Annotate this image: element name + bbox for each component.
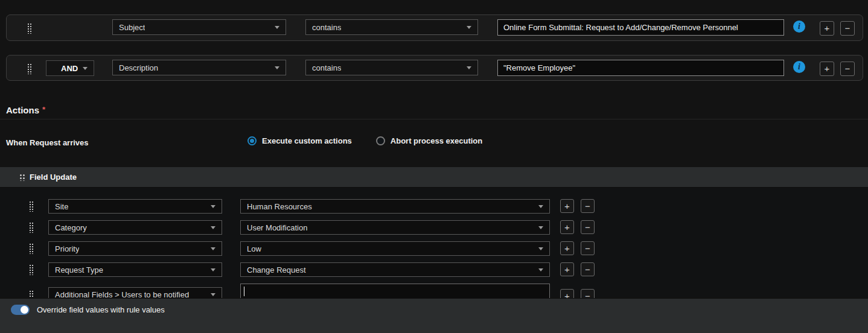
condition-field-select[interactable]: Subject [112, 19, 286, 35]
chevron-down-icon [467, 26, 471, 29]
field-name-select[interactable]: Priority [48, 241, 222, 256]
condition-criteria-select[interactable]: contains [305, 19, 478, 35]
selected-field: Subject [119, 23, 145, 32]
remove-field-button[interactable]: − [581, 262, 595, 276]
selected-field: Request Type [55, 265, 103, 274]
condition-value-input[interactable] [497, 60, 784, 76]
field-name-select[interactable]: Category [48, 220, 222, 235]
condition-row: Subject contains i + − [6, 14, 863, 41]
field-update-footer: Override field values with rule values [0, 298, 868, 333]
field-update-body: Site Human Resources + − Category User M… [0, 188, 868, 297]
selected-value: Human Resources [247, 202, 312, 211]
remove-condition-button[interactable]: − [840, 62, 855, 76]
drag-handle-icon[interactable] [27, 63, 32, 74]
condition-field-select[interactable]: Description [112, 60, 286, 75]
field-value-select[interactable]: Change Request [240, 262, 550, 277]
add-field-button[interactable]: + [560, 262, 574, 276]
radio-execute-custom-actions[interactable]: Execute custom actions [247, 136, 352, 145]
chevron-down-icon [275, 26, 279, 29]
field-row: Priority Low + − [0, 241, 868, 256]
add-condition-button[interactable]: + [820, 62, 834, 76]
chevron-down-icon [538, 226, 543, 229]
condition-value-input[interactable] [497, 19, 784, 36]
remove-field-button[interactable]: − [581, 199, 595, 213]
override-toggle[interactable] [11, 305, 30, 315]
selected-criteria: contains [312, 63, 341, 72]
condition-criteria-select[interactable]: contains [305, 60, 478, 75]
radio-selected-icon [247, 136, 257, 145]
field-name-select[interactable]: Site [48, 199, 222, 214]
drag-handle-icon[interactable] [29, 222, 34, 233]
selected-criteria: contains [312, 23, 341, 32]
drag-handle-icon[interactable] [19, 174, 25, 181]
info-icon[interactable]: i [793, 21, 805, 33]
chevron-down-icon [211, 293, 215, 296]
field-row: Category User Modification + − [0, 220, 868, 235]
drag-handle-icon[interactable] [29, 264, 34, 275]
chevron-down-icon [211, 268, 215, 271]
chevron-down-icon [538, 268, 543, 271]
selected-field: Site [55, 202, 68, 211]
selected-field: Description [119, 63, 158, 72]
add-field-button[interactable]: + [560, 220, 574, 234]
chevron-down-icon [211, 226, 215, 229]
field-update-title: Field Update [30, 173, 77, 182]
actions-heading: Actions* [6, 105, 45, 115]
section-divider [0, 119, 868, 119]
add-field-button[interactable]: + [560, 199, 574, 213]
chevron-down-icon [275, 66, 279, 69]
radio-abort-process-execution[interactable]: Abort process execution [376, 136, 482, 145]
drag-handle-icon[interactable] [27, 23, 32, 34]
field-row: Site Human Resources + − [0, 199, 868, 214]
selected-operator: AND [61, 64, 78, 73]
field-value-select[interactable]: Human Resources [240, 199, 550, 214]
field-value-select[interactable]: User Modification [240, 220, 550, 235]
radio-label: Execute custom actions [262, 136, 352, 145]
selected-value: Low [247, 244, 261, 253]
drag-handle-icon[interactable] [29, 243, 34, 254]
radio-label: Abort process execution [391, 136, 482, 145]
field-name-select[interactable]: Request Type [48, 262, 222, 277]
selected-value: User Modification [247, 223, 307, 232]
field-row: Request Type Change Request + − [0, 262, 868, 277]
required-asterisk: * [42, 105, 45, 114]
add-field-button[interactable]: + [560, 241, 574, 255]
text-cursor [244, 287, 244, 296]
info-icon[interactable]: i [793, 61, 805, 73]
chevron-down-icon [538, 205, 543, 208]
selected-field: Priority [55, 244, 79, 253]
chevron-down-icon [211, 205, 215, 208]
chevron-down-icon [538, 247, 543, 250]
remove-field-button[interactable]: − [581, 241, 595, 255]
override-toggle-label: Override field values with rule values [37, 305, 165, 314]
toggle-knob-icon [21, 306, 28, 314]
operator-select[interactable]: AND [46, 60, 94, 76]
radio-unselected-icon [376, 136, 385, 145]
remove-condition-button[interactable]: − [840, 21, 855, 36]
chevron-down-icon [211, 247, 215, 250]
drag-handle-icon[interactable] [29, 201, 34, 212]
selected-value: Change Request [247, 265, 306, 274]
actions-heading-text: Actions [6, 105, 39, 115]
chevron-down-icon [83, 67, 88, 70]
automation-rule-page: { "conditions": { "rows": [ { "operator"… [0, 0, 868, 333]
add-condition-button[interactable]: + [820, 21, 834, 36]
chevron-down-icon [467, 66, 471, 69]
field-update-header: Field Update [0, 167, 868, 188]
field-value-select[interactable]: Low [240, 241, 550, 256]
selected-field: Category [55, 223, 87, 232]
field-update-panel: Field Update Site Human Resources + − Ca… [0, 167, 868, 333]
remove-field-button[interactable]: − [581, 220, 595, 234]
condition-row: AND Description contains i + − [6, 55, 863, 81]
action-type-radio-group: Execute custom actions Abort process exe… [247, 136, 506, 145]
when-request-arrives-label: When Request arrives [6, 138, 89, 147]
